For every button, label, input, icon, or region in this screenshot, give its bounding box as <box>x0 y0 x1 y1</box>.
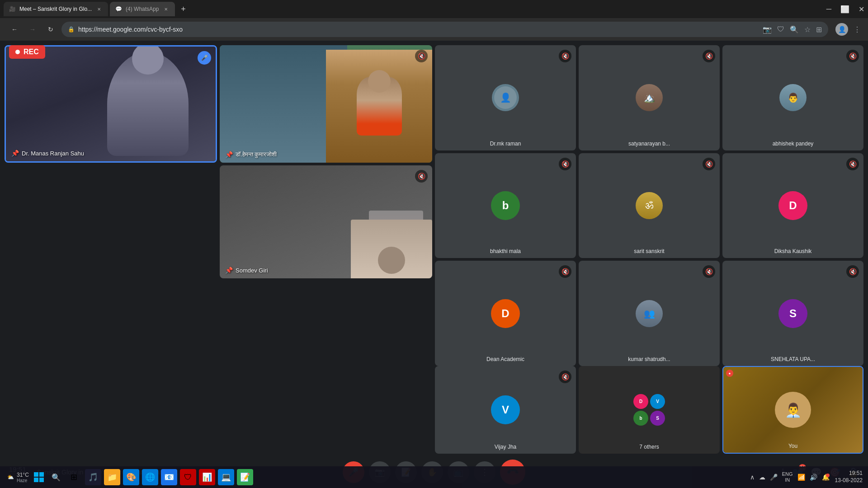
weather-icon: ⛅ <box>7 474 14 480</box>
avatar-bhakthi: b <box>491 191 520 220</box>
extension-icon: 🛡 <box>777 25 784 33</box>
tab-meet-close[interactable]: ✕ <box>95 5 103 13</box>
video-tile-snehlata: S 🔇 SNEHLATA UPA... <box>722 261 863 366</box>
video-grid: 🎤 📌 Dr. Manas Ranjan Sahu <box>0 41 868 366</box>
participant-name-kumar: kumar shatrudh... <box>579 356 720 362</box>
forward-button[interactable]: → <box>25 22 40 37</box>
camera-icon: 📷 <box>763 25 772 34</box>
tab-whatsapp-favicon: 💬 <box>115 6 122 12</box>
taskbar-app-edge[interactable]: 🌐 <box>142 469 158 485</box>
avatar-dean: D <box>491 299 520 328</box>
notification-icon[interactable]: 🔔 <box>822 474 830 481</box>
address-bar[interactable]: 🔒 https://meet.google.com/cvc-bycf-sxo 📷… <box>61 22 828 37</box>
taskbar-app-word[interactable]: 💻 <box>218 469 234 485</box>
taskbar-app-email[interactable]: 📧 <box>161 469 177 485</box>
clock[interactable]: 19:51 13-08-2022 <box>835 470 863 484</box>
back-button[interactable]: ← <box>7 22 22 37</box>
svg-rect-0 <box>34 472 38 477</box>
rec-dot <box>15 50 20 54</box>
search-button[interactable]: 🔍 <box>49 470 63 484</box>
lock-icon: 🔒 <box>68 26 75 33</box>
taskbar-app-ppt[interactable]: 📊 <box>199 469 215 485</box>
svg-rect-1 <box>39 472 44 477</box>
chevron-up-icon[interactable]: ∧ <box>750 474 755 481</box>
pin-icon-manas: 📌 <box>11 150 19 157</box>
taskbar-app-taskview[interactable]: ⊞ <box>66 469 82 485</box>
you-rec-indicator: ● <box>726 370 733 377</box>
taskbar-app-security[interactable]: 🛡 <box>180 469 196 485</box>
meet-container: 🎤 📌 Dr. Manas Ranjan Sahu <box>0 41 868 488</box>
avatar-vijay: V <box>491 395 520 424</box>
maximize-button[interactable]: ⬜ <box>840 5 849 14</box>
taskbar-app-notes[interactable]: 📝 <box>237 469 253 485</box>
video-tile-bhakthi: b 🔇 bhakthi mala <box>435 153 576 258</box>
bottom-row: V 🔇 Vijay Jha D V b S 7 others <box>0 366 868 456</box>
tab-whatsapp-close[interactable]: ✕ <box>162 5 170 13</box>
weather-temp: 31°C <box>17 472 29 478</box>
participant-name-mkraman: Dr.mk raman <box>435 141 576 147</box>
participant-name-others: 7 others <box>579 444 720 450</box>
taskbar-app-teams[interactable]: 🎵 <box>85 469 101 485</box>
center-column: 🔇 📌 डॉ.हेमन्त कुमारजोशी 🔇 📌 Somdev Giri <box>220 45 432 366</box>
svg-rect-2 <box>34 478 38 482</box>
zoom-icon: 🔍 <box>790 25 799 34</box>
audio-indicator-manas: 🎤 <box>198 51 211 65</box>
participant-name-abhishek: abhishek pandey <box>722 141 863 147</box>
browser-right-icons: 👤 ⋮ <box>835 23 861 36</box>
notification-dot <box>826 474 830 477</box>
more-options-icon[interactable]: ⋮ <box>854 25 861 34</box>
taskbar-app-explorer[interactable]: 📁 <box>104 469 120 485</box>
bookmark-icon: ☆ <box>804 25 811 34</box>
tab-whatsapp[interactable]: 💬 (4) WhatsApp ✕ <box>110 2 175 16</box>
participant-name-satyanarayan: satyanarayan b... <box>579 141 720 147</box>
pin-icon-somdev: 📌 <box>225 267 233 274</box>
mute-icon-snehlata: 🔇 <box>846 265 859 278</box>
new-tab-button[interactable]: + <box>177 3 189 15</box>
video-tile-abhishek: 👨 🔇 abhishek pandey <box>722 45 863 150</box>
mute-icon-sarit: 🔇 <box>703 158 715 170</box>
participant-name-hemant: 📌 डॉ.हेमन्त कुमारजोशी <box>225 151 277 158</box>
tab-meet-title: Meet – Sanskrit Glory in Glo... <box>19 6 92 12</box>
avatar-snehlata: S <box>778 299 807 328</box>
participant-name-dean: Dean Academic <box>435 356 576 362</box>
rec-button[interactable]: REC <box>9 45 45 59</box>
start-button[interactable] <box>32 470 46 484</box>
clock-date: 13-08-2022 <box>835 477 863 484</box>
video-tile-dean: D 🔇 Dean Academic <box>435 261 576 366</box>
taskbar-right: ∧ ☁ 🎤 ENGIN 📶 🔊 🔔 19:51 13-08-2022 <box>750 470 863 484</box>
participant-name-bhakthi: bhakthi mala <box>435 248 576 254</box>
mute-icon-satyanarayan: 🔇 <box>703 50 715 62</box>
video-tile-hemant: 🔇 📌 डॉ.हेमन्त कुमारजोशी <box>220 45 432 163</box>
svg-rect-3 <box>39 478 44 482</box>
mute-icon-abhishek: 🔇 <box>846 50 859 62</box>
wifi-icon: 📶 <box>797 474 805 481</box>
video-tile-sarit: ॐ 🔇 sarit sanskrit <box>579 153 720 258</box>
mute-icon-dean: 🔇 <box>559 265 571 278</box>
taskbar: 🔍 ⊞ 🎵 📁 🎨 🌐 📧 🛡 📊 💻 📝 ∧ ☁ 🎤 ENGIN 📶 🔊 🔔 … <box>0 466 868 488</box>
taskbar-left: 🔍 ⊞ 🎵 📁 🎨 🌐 📧 🛡 📊 💻 📝 <box>32 469 253 485</box>
lang-label: ENGIN <box>782 471 793 483</box>
video-tile-kumar: 👥 🔇 kumar shatrudh... <box>579 261 720 366</box>
window-controls: ─ ⬜ ✕ <box>826 5 864 14</box>
navigation-bar: ← → ↻ 🔒 https://meet.google.com/cvc-bycf… <box>0 18 868 41</box>
video-tile-somdev: 🔇 📌 Somdev Giri <box>220 165 432 278</box>
video-tile-diksha: D 🔇 Diksha Kaushik <box>722 153 863 258</box>
pin-icon-hemant: 📌 <box>225 151 233 158</box>
bottom-spacer-left <box>5 366 217 454</box>
system-tray: ∧ ☁ 🎤 ENGIN 📶 🔊 🔔 <box>750 471 830 483</box>
mic-sys-icon: 🎤 <box>770 474 778 481</box>
right-grid: 👤 🔇 Dr.mk raman 🏔️ 🔇 satyanarayan b... 👨… <box>435 45 863 366</box>
refresh-button[interactable]: ↻ <box>43 22 58 37</box>
participant-name-sarit: sarit sanskrit <box>579 248 720 254</box>
rec-label: REC <box>24 48 39 56</box>
volume-icon: 🔊 <box>810 474 817 481</box>
url-text: https://meet.google.com/cvc-bycf-sxo <box>78 26 183 33</box>
minimize-button[interactable]: ─ <box>826 5 831 13</box>
tab-meet[interactable]: 🎥 Meet – Sanskrit Glory in Glo... ✕ <box>4 2 108 16</box>
bottom-spacer-center <box>220 366 432 454</box>
close-button[interactable]: ✕ <box>859 5 864 14</box>
video-tile-vijay: V 🔇 Vijay Jha <box>435 366 576 454</box>
participant-name-snehlata: SNEHLATA UPA... <box>722 356 863 362</box>
taskbar-app-paint[interactable]: 🎨 <box>123 469 139 485</box>
profile-icon[interactable]: 👤 <box>835 23 848 36</box>
